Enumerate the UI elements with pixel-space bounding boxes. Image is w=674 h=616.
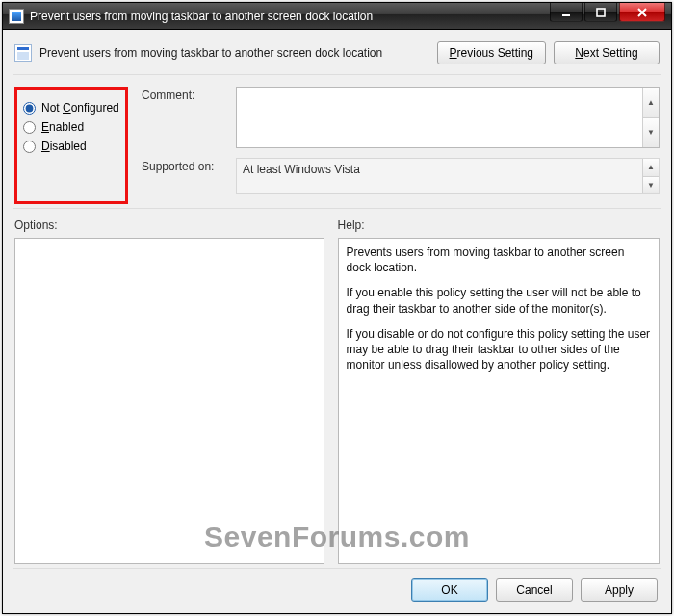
close-button[interactable] bbox=[619, 3, 665, 22]
minimize-button[interactable] bbox=[550, 3, 583, 22]
state-radio-group: Not Configured Enabled Disabled bbox=[14, 87, 128, 204]
radio-disabled-row: Disabled bbox=[23, 140, 119, 153]
supported-scroll: ▲ ▼ bbox=[642, 159, 659, 193]
maximize-button[interactable] bbox=[584, 3, 617, 22]
previous-setting-label: revious Setting bbox=[457, 46, 533, 60]
window-title: Prevent users from moving taskbar to ano… bbox=[30, 10, 550, 23]
next-setting-button[interactable]: Next Setting bbox=[554, 41, 660, 64]
comment-scroll-up[interactable]: ▲ bbox=[643, 88, 659, 118]
policy-header: Prevent users from moving taskbar to ano… bbox=[13, 38, 661, 75]
supported-label: Supported on: bbox=[142, 158, 228, 173]
ok-button[interactable]: OK bbox=[411, 578, 488, 602]
fields-column: Comment: ▲ ▼ Supported on: At least Wind… bbox=[142, 87, 660, 204]
policy-title: Prevent users from moving taskbar to ano… bbox=[39, 46, 429, 60]
cancel-button[interactable]: Cancel bbox=[496, 578, 573, 602]
minimize-icon bbox=[561, 8, 571, 17]
client-area: Prevent users from moving taskbar to ano… bbox=[3, 30, 671, 613]
svg-rect-1 bbox=[597, 9, 605, 16]
dialog-footer: OK Cancel Apply bbox=[13, 568, 661, 603]
maximize-icon bbox=[596, 8, 606, 17]
radio-not-configured-label[interactable]: Not Configured bbox=[41, 101, 119, 115]
previous-setting-button[interactable]: Previous Setting bbox=[437, 41, 546, 64]
options-pane: Options: bbox=[14, 218, 324, 564]
app-icon bbox=[9, 9, 24, 24]
help-label: Help: bbox=[338, 218, 660, 232]
comment-field-row: Comment: ▲ ▼ bbox=[142, 87, 660, 148]
radio-disabled-label[interactable]: Disabled bbox=[41, 140, 87, 153]
dialog-window: Prevent users from moving taskbar to ano… bbox=[2, 2, 672, 614]
next-setting-label: ext Setting bbox=[583, 46, 638, 60]
comment-label: Comment: bbox=[142, 87, 228, 102]
window-buttons bbox=[550, 3, 671, 29]
comment-scroll-down[interactable]: ▼ bbox=[643, 118, 659, 148]
supported-scroll-down[interactable]: ▼ bbox=[643, 177, 659, 194]
help-box[interactable]: Prevents users from moving taskbar to an… bbox=[338, 238, 660, 564]
radio-not-configured[interactable] bbox=[23, 102, 36, 115]
supported-field-row: Supported on: At least Windows Vista ▲ ▼ bbox=[142, 158, 660, 194]
svg-rect-0 bbox=[562, 14, 570, 16]
radio-disabled[interactable] bbox=[23, 141, 36, 153]
titlebar: Prevent users from moving taskbar to ano… bbox=[3, 3, 671, 30]
radio-enabled[interactable] bbox=[23, 121, 36, 134]
supported-shell: At least Windows Vista ▲ ▼ bbox=[236, 158, 660, 194]
settings-row: Not Configured Enabled Disabled Comment: bbox=[13, 75, 661, 209]
radio-not-configured-row: Not Configured bbox=[23, 101, 119, 115]
options-box[interactable] bbox=[14, 238, 324, 564]
lower-panes: Options: Help: Prevents users from movin… bbox=[13, 209, 661, 568]
comment-scroll: ▲ ▼ bbox=[642, 88, 659, 147]
radio-enabled-row: Enabled bbox=[23, 120, 119, 134]
comment-input[interactable] bbox=[237, 88, 642, 147]
help-pane: Help: Prevents users from moving taskbar… bbox=[338, 218, 660, 564]
radio-enabled-label[interactable]: Enabled bbox=[41, 120, 84, 134]
apply-button[interactable]: Apply bbox=[581, 578, 658, 602]
options-label: Options: bbox=[14, 218, 324, 232]
policy-icon bbox=[14, 44, 32, 62]
supported-value: At least Windows Vista bbox=[237, 159, 642, 193]
supported-scroll-up[interactable]: ▲ bbox=[643, 159, 659, 177]
close-icon bbox=[636, 8, 648, 17]
comment-shell: ▲ ▼ bbox=[236, 87, 660, 148]
